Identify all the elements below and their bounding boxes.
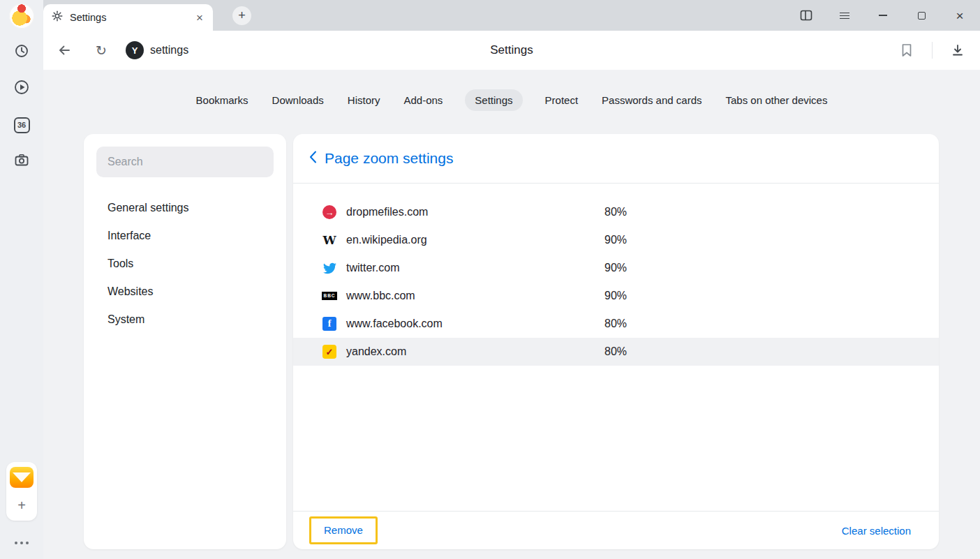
tab-strip: Settings × + ×	[43, 0, 980, 31]
screenshot-icon	[13, 152, 30, 172]
panel-back-header[interactable]: Page zoom settings	[293, 134, 939, 183]
toolbar-right-actions	[894, 31, 970, 70]
zoom-value: 90%	[604, 234, 627, 246]
zoom-row-yandex[interactable]: ✓ yandex.com 80%	[293, 338, 939, 366]
zoom-row-facebook[interactable]: f www.facebook.com 80%	[293, 310, 939, 338]
screenshot-button[interactable]	[0, 149, 43, 174]
settings-section-list: General settings Interface Tools Website…	[84, 194, 286, 334]
tab-title: Settings	[70, 12, 195, 23]
zoom-value: 80%	[604, 318, 627, 330]
search-input[interactable]	[96, 147, 274, 177]
zoom-value: 80%	[604, 206, 627, 218]
tab-protect[interactable]: Protect	[544, 89, 580, 111]
zoom-value: 90%	[604, 290, 627, 302]
tab-bookmarks[interactable]: Bookmarks	[195, 89, 250, 111]
tab-other-devices[interactable]: Tabs on other devices	[725, 89, 829, 111]
yandex-favicon: ✓	[322, 345, 336, 359]
dropmefiles-favicon: →	[322, 205, 336, 219]
profile-avatar[interactable]	[9, 3, 34, 29]
tab-addons[interactable]: Add-ons	[402, 89, 444, 111]
downloads-button[interactable]	[945, 38, 970, 63]
zoom-row-bbc[interactable]: BBC www.bbc.com 90%	[293, 282, 939, 310]
zoom-value: 80%	[604, 345, 627, 358]
settings-page: Bookmarks Downloads History Add-ons Sett…	[43, 70, 980, 559]
bbc-favicon: BBC	[322, 289, 336, 303]
zoom-row-dropmefiles[interactable]: → dropmefiles.com 80%	[293, 198, 939, 226]
site-name: yandex.com	[346, 345, 604, 358]
sidebar-item-system[interactable]: System	[84, 306, 286, 334]
site-name: www.bbc.com	[346, 290, 604, 302]
sidebar-item-tools[interactable]: Tools	[84, 250, 286, 278]
address-text: settings	[150, 44, 188, 57]
zoom-value: 90%	[604, 262, 627, 274]
reload-button[interactable]: ↻	[90, 31, 112, 70]
site-name: dropmefiles.com	[346, 206, 604, 218]
tab-close-icon[interactable]: ×	[195, 12, 205, 24]
tabs-counter-button[interactable]: 36	[0, 112, 43, 137]
panel-footer: Remove Clear selection	[293, 512, 939, 549]
tab-history[interactable]: History	[346, 89, 382, 111]
close-icon: ×	[956, 9, 963, 22]
chevron-left-icon	[309, 151, 317, 166]
facebook-favicon: f	[322, 317, 336, 331]
settings-sidebar-card: General settings Interface Tools Website…	[84, 134, 286, 549]
bookmark-button[interactable]	[894, 38, 919, 63]
clock-icon	[14, 43, 29, 61]
gear-icon	[52, 10, 63, 24]
sidebar-item-interface[interactable]: Interface	[84, 222, 286, 250]
back-button[interactable]	[53, 31, 75, 70]
hamburger-icon	[840, 13, 849, 19]
play-icon	[13, 79, 30, 98]
minimize-button[interactable]	[869, 4, 897, 27]
site-name: twitter.com	[346, 262, 604, 274]
dot	[15, 542, 17, 544]
yandex-mail-icon[interactable]	[10, 467, 34, 488]
more-options-button[interactable]	[0, 535, 43, 551]
dot	[26, 542, 29, 544]
browser-side-rail: 36 +	[0, 0, 43, 559]
tab-downloads[interactable]: Downloads	[271, 89, 325, 111]
maximize-icon	[918, 12, 926, 20]
add-panel-button[interactable]: +	[6, 494, 37, 516]
site-name: www.facebook.com	[346, 318, 604, 330]
sidebar-item-general[interactable]: General settings	[84, 194, 286, 222]
zoom-row-wikipedia[interactable]: W en.wikipedia.org 90%	[293, 226, 939, 254]
history-button[interactable]	[0, 40, 43, 65]
pinned-apps-panel: +	[6, 462, 37, 521]
side-panel-toggle-button[interactable]	[792, 4, 820, 27]
site-favicon: Y	[126, 41, 144, 59]
sidebar-item-websites[interactable]: Websites	[84, 278, 286, 306]
zoom-site-list: → dropmefiles.com 80% W en.wikipedia.org…	[293, 184, 939, 511]
tab-settings[interactable]: Settings	[465, 89, 522, 111]
tab-passwords[interactable]: Passwords and cards	[600, 89, 703, 111]
twitter-favicon	[322, 261, 336, 275]
clear-selection-button[interactable]: Clear selection	[842, 525, 911, 537]
toolbar-divider	[932, 42, 933, 59]
browser-toolbar: ↻ Y settings Settings	[43, 31, 980, 70]
remove-button[interactable]: Remove	[324, 524, 363, 536]
bbc-glyph: BBC	[322, 292, 336, 300]
envelope-flap	[13, 472, 31, 482]
new-tab-button[interactable]: +	[232, 6, 251, 25]
panel-title: Page zoom settings	[325, 150, 453, 167]
media-button[interactable]	[0, 76, 43, 101]
wikipedia-favicon: W	[322, 233, 336, 247]
dot	[20, 542, 23, 544]
menu-button[interactable]	[831, 4, 859, 27]
minimize-icon	[879, 15, 887, 16]
remove-button-highlight: Remove	[309, 516, 378, 544]
tab-count-badge: 36	[14, 117, 30, 133]
browser-tab-settings[interactable]: Settings ×	[43, 4, 213, 31]
page-zoom-panel: Page zoom settings → dropmefiles.com 80%…	[293, 134, 939, 549]
address-chip[interactable]: Y settings	[126, 31, 188, 70]
site-name: en.wikipedia.org	[346, 234, 604, 246]
maximize-button[interactable]	[907, 4, 935, 27]
settings-nav-tabs: Bookmarks Downloads History Add-ons Sett…	[43, 89, 980, 111]
close-window-button[interactable]: ×	[946, 4, 974, 27]
window-controls: ×	[792, 0, 974, 31]
zoom-row-twitter[interactable]: twitter.com 90%	[293, 254, 939, 282]
